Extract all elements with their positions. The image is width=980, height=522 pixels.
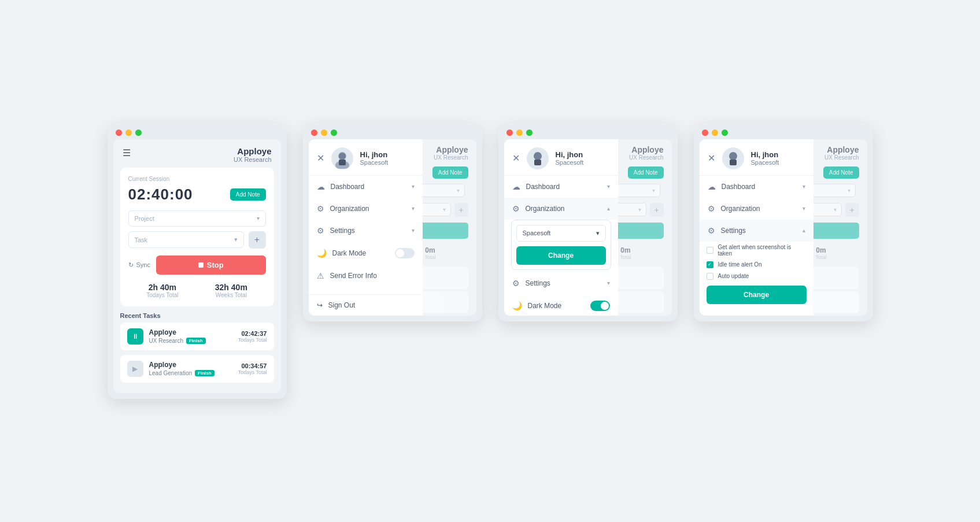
nav-org-3[interactable]: ⚙ Organization ▴ (504, 198, 618, 220)
sync-label: Sync (136, 261, 150, 268)
checkbox-icon-3 (707, 273, 713, 280)
dot-red (702, 129, 708, 136)
nav-darkmode-4[interactable]: 🌙 Dark Mode (700, 310, 813, 316)
darkmode-toggle[interactable] (395, 248, 415, 258)
moon-icon: 🌙 (317, 249, 327, 258)
stats-row: 2h 40m Todays Total 32h 40m Weeks Total (128, 283, 266, 298)
bg-app-sub: UX Research (434, 154, 468, 161)
nav-org-4[interactable]: ⚙ Organization ▾ (700, 198, 813, 220)
sync-icon: ↻ (128, 261, 134, 269)
sidebar-header-3: ✕ Hi, jhon Spacesoft (504, 139, 618, 176)
nav-dashboard-4[interactable]: ☁ Dashboard ▾ (700, 176, 813, 198)
checkbox-label-1: Get alert when screenshot is taken (718, 244, 807, 257)
nav-settings-4[interactable]: ⚙ Settings ▴ (700, 220, 813, 242)
add-task-button[interactable]: + (249, 231, 266, 249)
cloud-icon-3: ☁ (512, 182, 520, 191)
chevron-down-icon: ▾ (412, 183, 415, 190)
org-change-button[interactable]: Change (516, 246, 606, 265)
settings-change-button[interactable]: Change (707, 286, 807, 304)
user-org: Spacesoft (360, 159, 415, 166)
task-2-time: 00:34:57 Todays Total (238, 362, 267, 375)
bg-app-info-3: Apploye UX Research (629, 145, 663, 161)
org-select[interactable]: Spacesoft ▾ (516, 225, 606, 242)
titlebar-3 (498, 124, 678, 139)
task-select[interactable]: Task ▾ (128, 231, 244, 248)
chevron-down-icon: ▾ (234, 236, 238, 243)
hamburger-icon[interactable]: ☰ (123, 147, 131, 158)
add-note-button[interactable]: Add Note (230, 188, 266, 201)
screen-1-main: ☰ Apploye UX Research Current Session 02… (108, 124, 287, 399)
nav-settings[interactable]: ⚙ Settings ▾ (309, 220, 423, 242)
checkbox-label-2: Idle time alert On (718, 261, 762, 268)
screen-1-content: ☰ Apploye UX Research Current Session 02… (113, 139, 281, 393)
sidebar-panel-4: ✕ Hi, jhon Spacesoft ☁ Dashboard ▾ (700, 139, 813, 316)
task-play-icon: ▶ (127, 361, 143, 377)
task-1-time-value: 02:42:37 (238, 330, 267, 337)
close-button-3[interactable]: ✕ (512, 153, 520, 164)
titlebar-2 (303, 124, 482, 139)
dot-red (311, 129, 317, 136)
sign-out-button[interactable]: ↪ Sign Out (309, 294, 423, 316)
sidebar-panel-3: ✕ Hi, jhon Spacesoft ☁ Dashboard ▾ (504, 139, 618, 316)
recent-tasks-label: Recent Tasks (113, 306, 281, 323)
nav-dashboard-3[interactable]: ☁ Dashboard ▾ (504, 176, 618, 198)
nav-organization[interactable]: ⚙ Organization ▾ (309, 198, 423, 220)
dot-green (331, 129, 337, 136)
screen-2-content: Apploye UX Research Add Note Project ▾ T… (309, 139, 476, 316)
nav-darkmode-3[interactable]: 🌙 Dark Mode (504, 294, 618, 316)
chevron-down-icon: ▾ (412, 227, 415, 234)
checkbox-icon-1 (707, 247, 713, 254)
nav-darkmode[interactable]: 🌙 Dark Mode (309, 242, 423, 265)
toggle-knob (396, 249, 404, 257)
svg-point-4 (534, 152, 542, 160)
close-button-4[interactable]: ✕ (708, 153, 715, 164)
bg-add-note-3: Add Note (628, 166, 664, 179)
app-name: Apploye (234, 146, 271, 156)
task-label: Task (135, 236, 148, 243)
checkbox-screenshot[interactable]: Get alert when screenshot is taken (700, 242, 813, 259)
task-2-name: Apploye (149, 361, 232, 369)
task-1-name: Apploye (149, 328, 232, 336)
checkbox-idle[interactable]: ✓ Idle time alert On (700, 259, 813, 271)
screens-container: ☰ Apploye UX Research Current Session 02… (108, 124, 873, 399)
svg-point-6 (729, 152, 737, 160)
warning-icon: ⚠ (317, 271, 324, 280)
chevron-down-icon: ▾ (412, 205, 415, 212)
darkmode-toggle-3[interactable] (590, 301, 610, 311)
nav-settings-3[interactable]: ⚙ Settings ▾ (504, 272, 618, 294)
checkbox-autoupdate[interactable]: Auto update (700, 271, 813, 282)
sign-out-label: Sign Out (328, 301, 356, 309)
weeks-total-value: 32h 40m (215, 283, 247, 292)
dot-red (116, 129, 122, 136)
timer-display: 02:40:00 (128, 186, 193, 203)
org-name: Spacesoft (523, 229, 551, 236)
avatar-4 (722, 147, 744, 169)
task-1-sub: UX Research Finish (149, 338, 232, 344)
task-item-2[interactable]: ▶ Apploye Lead Generation Finish 00:34:5… (120, 355, 274, 383)
nav-dashboard-label: Dashboard (331, 183, 365, 191)
sync-button[interactable]: ↻ Sync (128, 261, 150, 269)
task-item-1[interactable]: ⏸ Apploye UX Research Finish 02:42:37 To… (120, 323, 274, 350)
svg-rect-7 (730, 160, 737, 165)
controls: ↻ Sync Stop (128, 256, 266, 275)
checkbox-icon-2: ✓ (707, 261, 713, 268)
task-1-badge: Finish (186, 338, 206, 344)
close-button[interactable]: ✕ (317, 153, 324, 164)
dot-green (722, 129, 728, 136)
todays-total-value: 2h 40m (146, 283, 178, 292)
project-select[interactable]: Project ▾ (128, 210, 266, 227)
bg-app-name: Apploye (434, 145, 468, 154)
stop-button[interactable]: Stop (156, 256, 266, 275)
nav-send-error[interactable]: ⚠ Send Error Info (309, 265, 423, 287)
nav-dashboard[interactable]: ☁ Dashboard ▾ (309, 176, 423, 198)
chevron-down-icon: ▾ (596, 229, 600, 237)
bg-add-note: Add Note (432, 166, 468, 179)
stat-today: 2h 40m Todays Total (146, 283, 178, 298)
stat-week: 32h 40m Weeks Total (215, 283, 247, 298)
task-1-time: 02:42:37 Todays Total (238, 330, 267, 343)
screen-3-org: Apploye UX Research Add Note Project ▾ T… (498, 124, 678, 321)
bg-add-note-4: Add Note (823, 166, 859, 179)
dot-yellow (125, 129, 132, 136)
nav-settings-label: Settings (330, 227, 355, 235)
weeks-total-label: Weeks Total (215, 292, 247, 298)
